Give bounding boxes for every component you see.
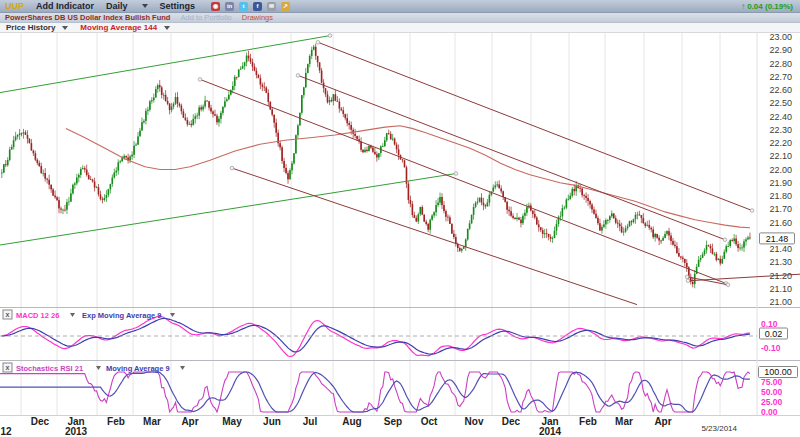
share-icons: ◉ in t f ✉ ↗ <box>211 2 290 11</box>
stoch-axis: 100.0075.0050.0025.000.00 <box>759 367 798 418</box>
facebook-icon[interactable]: f <box>253 2 262 11</box>
svg-text:-0.10: -0.10 <box>761 343 781 353</box>
up-arrow-icon: ↑ <box>741 2 745 11</box>
price-history-dropdown[interactable]: Price History <box>6 23 55 32</box>
svg-text:21.70: 21.70 <box>769 204 792 214</box>
svg-text:x: x <box>6 364 10 371</box>
svg-text:22.70: 22.70 <box>769 72 792 82</box>
macd-header-dropdown[interactable]: MACD 12 26 <box>16 311 59 320</box>
settings-button[interactable]: Settings <box>160 1 196 11</box>
svg-text:0.02: 0.02 <box>765 329 783 339</box>
month-label: Oct <box>421 416 438 427</box>
month-label: Feb <box>107 416 125 427</box>
month-label: Aug <box>342 416 361 427</box>
month-label: Dec <box>31 416 50 427</box>
stoch-header-ma-dropdown[interactable]: Moving Average 9 <box>106 364 170 373</box>
stoch-rsi-line <box>0 372 750 412</box>
month-label: Jul <box>303 416 318 427</box>
svg-text:0.00: 0.00 <box>761 407 778 417</box>
svg-text:21.10: 21.10 <box>769 284 792 294</box>
fund-name: PowerShares DB US Dollar Index Bullish F… <box>5 13 170 22</box>
year-label: 12 <box>0 426 12 437</box>
chevron-down-icon <box>164 26 170 30</box>
chart-svg[interactable]: 23.0022.9022.8022.7022.6022.5022.4022.30… <box>0 33 800 437</box>
svg-text:23.00: 23.00 <box>769 33 792 42</box>
chevron-down-icon <box>70 313 75 317</box>
svg-text:21.60: 21.60 <box>769 218 792 228</box>
chevron-down-icon <box>180 366 185 370</box>
stoch-ma-line <box>0 372 750 412</box>
stoch-header-dropdown[interactable]: Stochastics RSI 21 <box>16 364 83 373</box>
month-label: Dec <box>502 416 521 427</box>
svg-text:22.40: 22.40 <box>769 112 792 122</box>
add-indicator-button[interactable]: Add Indicator <box>36 1 94 11</box>
add-to-portfolio-button[interactable]: Add to Portfolio <box>180 13 231 22</box>
macd-header-ma-dropdown[interactable]: Exp Moving Average 9 <box>82 311 161 320</box>
trendline-handle <box>198 78 202 82</box>
price-axis: 23.0022.9022.8022.7022.6022.5022.4022.30… <box>760 33 795 307</box>
month-label: Mar <box>143 416 161 427</box>
svg-text:22.80: 22.80 <box>769 59 792 69</box>
svg-text:21.48: 21.48 <box>766 234 789 244</box>
stoch-header: xStochastics RSI 21Moving Average 9 <box>3 363 185 373</box>
toolbar: UUP Add Indicator Daily Settings ◉ in t … <box>0 0 800 13</box>
stocktwits-icon[interactable]: ◉ <box>211 2 220 11</box>
svg-text:x: x <box>6 311 10 318</box>
year-label: 2013 <box>65 426 88 437</box>
drawings-button[interactable]: Drawings <box>242 13 273 22</box>
macd-axis: 0.10-0.100.02 <box>760 319 788 353</box>
time-axis: DecJanFebMarAprMayJunJulAugSepOctNovDecJ… <box>0 416 737 437</box>
chevron-down-icon <box>142 4 148 8</box>
svg-text:21.00: 21.00 <box>769 297 792 307</box>
svg-text:25.00: 25.00 <box>761 397 783 407</box>
subtitle-bar: PowerShares DB US Dollar Index Bullish F… <box>0 13 800 23</box>
trendline-handle <box>750 209 754 213</box>
linkedin-icon[interactable]: in <box>225 2 234 11</box>
month-label: Apr <box>181 416 198 427</box>
svg-text:22.20: 22.20 <box>769 138 792 148</box>
trendline-handle <box>230 166 234 170</box>
chevron-down-icon <box>62 26 68 30</box>
svg-text:22.60: 22.60 <box>769 85 792 95</box>
period-dropdown[interactable]: Daily <box>106 1 148 11</box>
year-label: 2014 <box>539 426 562 437</box>
svg-text:21.90: 21.90 <box>769 178 792 188</box>
month-label: Nov <box>465 416 484 427</box>
svg-text:21.20: 21.20 <box>769 271 792 281</box>
ma144-line <box>66 126 750 228</box>
svg-text:22.50: 22.50 <box>769 98 792 108</box>
twitter-icon[interactable]: t <box>239 2 248 11</box>
svg-text:100.00: 100.00 <box>764 367 792 377</box>
trendlines[interactable] <box>0 34 800 305</box>
svg-text:22.90: 22.90 <box>769 45 792 55</box>
month-label: Feb <box>579 416 597 427</box>
trendline-handle <box>723 238 727 242</box>
svg-text:21.80: 21.80 <box>769 191 792 201</box>
svg-text:50.00: 50.00 <box>761 387 783 397</box>
trendline-handle <box>726 283 730 287</box>
month-label: Apr <box>654 416 671 427</box>
trendline[interactable] <box>0 174 456 246</box>
end-date-label: 5/23/2014 <box>701 424 737 433</box>
symbol-ticker[interactable]: UUP <box>5 1 24 11</box>
svg-text:22.30: 22.30 <box>769 125 792 135</box>
ma144-dropdown[interactable]: Moving Average 144 <box>80 23 157 32</box>
month-label: Sep <box>384 416 402 427</box>
trendline[interactable] <box>0 36 330 93</box>
macd-header: xMACD 12 26Exp Moving Average 9 <box>3 310 175 320</box>
trendline-handle <box>296 74 300 78</box>
price-change: ↑ 0.04 (0.19%) <box>741 2 795 11</box>
svg-text:75.00: 75.00 <box>761 377 783 387</box>
price-change-text: 0.04 (0.19%) <box>747 2 793 11</box>
trendline-handle <box>685 275 689 279</box>
trendline-handle <box>686 279 690 283</box>
email-icon[interactable]: ✉ <box>267 2 276 11</box>
month-label: Jun <box>263 416 281 427</box>
trendline-handle <box>454 172 458 176</box>
trendline-handle <box>316 41 320 45</box>
month-label: May <box>222 416 242 427</box>
trendline[interactable] <box>200 79 726 283</box>
period-dropdown-label: Daily <box>106 1 128 11</box>
share-icon[interactable]: ↗ <box>281 2 290 11</box>
svg-text:21.40: 21.40 <box>769 244 792 254</box>
